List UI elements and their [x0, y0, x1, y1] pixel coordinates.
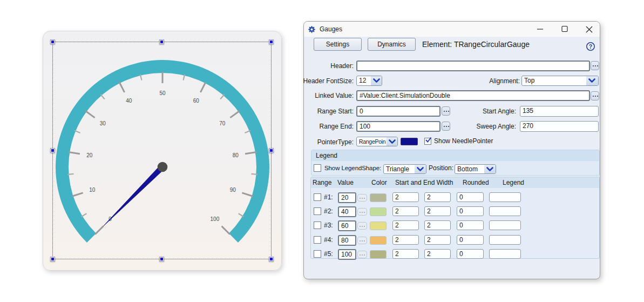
- svg-text:?: ?: [589, 43, 592, 50]
